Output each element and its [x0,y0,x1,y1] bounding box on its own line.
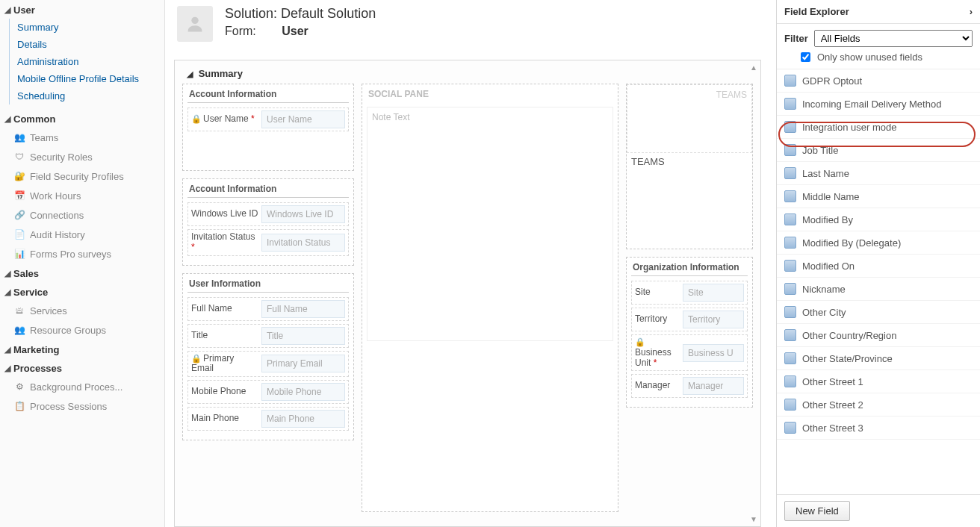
services-icon: 🛎 [13,305,25,316]
caret-down-icon: ◢ [4,287,10,297]
section-title: Account Information [187,182,349,198]
field-main-phone[interactable]: Main Phone Main Phone [187,407,349,431]
field-item-other-state[interactable]: Other State/Province [777,347,980,370]
nav-audit-history[interactable]: 📄Audit History [0,225,164,244]
field-explorer-title: Field Explorer [784,6,849,17]
field-icon [784,144,796,156]
nav-resource-groups[interactable]: 👥Resource Groups [0,320,164,340]
nav-work-hours[interactable]: 📅Work Hours [0,186,164,205]
section-organization-info[interactable]: Organization Information Site Site Terri… [626,257,753,408]
field-icon [784,260,796,272]
tab-link-scheduling[interactable]: Scheduling [14,87,164,105]
calendar-icon: 📅 [13,190,25,202]
field-user-name[interactable]: 🔒User Name * User Name [187,107,349,131]
field-icon [784,98,796,110]
section-account-info-2[interactable]: Account Information Windows Live ID Wind… [182,178,354,266]
field-explorer-footer: New Field [777,494,980,527]
field-icon [784,422,796,434]
section-title: SOCIAL PANE [367,87,613,102]
form-canvas[interactable]: ▲▼ ◢ Summary Account Information 🔒User N… [174,60,761,527]
form-label: Form: [225,25,256,37]
field-windows-live-id[interactable]: Windows Live ID Windows Live ID [187,202,349,226]
field-site[interactable]: Site Site [631,281,748,305]
expand-icon[interactable]: › [970,6,973,17]
field-icon [784,399,796,411]
field-item-job-title[interactable]: Job Title [777,139,980,162]
field-item-other-street-2[interactable]: Other Street 2 [777,393,980,417]
nav-field-security[interactable]: 🔐Field Security Profiles [0,166,164,186]
nav-services[interactable]: 🛎Services [0,301,164,320]
field-item-other-street-1[interactable]: Other Street 1 [777,370,980,393]
caret-down-icon: ◢ [187,69,193,78]
field-primary-email[interactable]: 🔒Primary Email Primary Email [187,351,349,378]
session-icon: 📋 [13,400,25,412]
only-unused-label: Only show unused fields [817,52,922,63]
only-unused-checkbox[interactable] [801,52,810,62]
tab-links: Summary Details Administration Mobile Of… [9,19,164,105]
field-placeholder: User Name [261,110,345,128]
field-item-other-country[interactable]: Other Country/Region [777,324,980,347]
nav-process-sessions[interactable]: 📋Process Sessions [0,396,164,416]
tab-link-summary[interactable]: Summary [14,19,164,36]
form-designer: Solution: Default Solution Form: User ▲▼… [165,0,776,527]
section-account-info-1[interactable]: Account Information 🔒User Name * User Na… [182,84,354,171]
field-icon [784,121,796,133]
group-processes[interactable]: ◢ Processes [0,358,164,377]
field-item-nickname[interactable]: Nickname [777,278,980,301]
field-title[interactable]: Title Title [187,324,349,348]
lock-icon: 🔒 [191,354,202,363]
field-invitation-status[interactable]: Invitation Status * Invitation Status [187,229,349,256]
tab-link-mobile-offline[interactable]: Mobile Offline Profile Details [14,70,164,87]
caret-down-icon: ◢ [4,364,10,373]
field-item-other-city[interactable]: Other City [777,301,980,324]
field-placeholder: Business U [683,344,744,362]
nav-forms-pro[interactable]: 📊Forms Pro surveys [0,244,164,264]
field-item-gdpr-optout[interactable]: GDPR Optout [777,69,980,93]
field-item-incoming-email[interactable]: Incoming Email Delivery Method [777,93,980,116]
field-icon [784,375,796,387]
nav-teams[interactable]: 👥Teams [0,128,164,147]
tab-header-summary[interactable]: ◢ Summary [182,65,753,84]
nav-security-roles[interactable]: 🛡Security Roles [0,147,164,166]
field-manager[interactable]: Manager Manager [631,374,748,398]
field-icon [784,306,796,318]
field-item-middle-name[interactable]: Middle Name [777,185,980,208]
tab-link-details[interactable]: Details [14,36,164,53]
notes-placeholder: Note Text [367,107,613,341]
teams-label: TEAMS [627,153,752,170]
field-item-modified-by-delegate[interactable]: Modified By (Delegate) [777,231,980,255]
field-item-other-street-3[interactable]: Other Street 3 [777,417,980,440]
group-sales[interactable]: ◢ Sales [0,264,164,282]
entity-header[interactable]: ◢ User [0,0,164,19]
field-item-modified-by[interactable]: Modified By [777,208,980,231]
tab-link-administration[interactable]: Administration [14,53,164,70]
field-item-integration-user-mode[interactable]: Integration user mode [777,116,980,139]
field-placeholder: Title [261,327,345,345]
new-field-button[interactable]: New Field [784,501,850,521]
field-list[interactable]: GDPR Optout Incoming Email Delivery Meth… [777,69,980,494]
section-user-info[interactable]: User Information Full Name Full Name Tit… [182,273,354,441]
section-social-pane[interactable]: SOCIAL PANE Note Text [362,84,618,512]
group-common[interactable]: ◢ Common [0,109,164,128]
field-placeholder: Manager [683,377,744,395]
nav-connections[interactable]: 🔗Connections [0,205,164,225]
group-marketing[interactable]: ◢ Marketing [0,340,164,358]
field-business-unit[interactable]: 🔒Business Unit * Business U [631,334,748,371]
field-item-modified-on[interactable]: Modified On [777,255,980,278]
audit-icon: 📄 [13,228,25,240]
field-placeholder: Main Phone [261,410,345,428]
field-full-name[interactable]: Full Name Full Name [187,297,349,321]
nav-bg-processes[interactable]: ⚙Background Proces... [0,377,164,396]
section-teams[interactable]: TEAMS TEAMS [626,84,753,249]
filter-select[interactable]: All Fields [814,30,973,47]
field-item-last-name[interactable]: Last Name [777,162,980,185]
section-title: Organization Information [631,261,748,276]
field-mobile-phone[interactable]: Mobile Phone Mobile Phone [187,380,349,404]
designer-header: Solution: Default Solution Form: User [165,0,776,45]
group-service[interactable]: ◢ Service [0,282,164,301]
field-explorer: Field Explorer › Filter All Fields Only … [776,0,980,527]
profile-icon: 🔐 [13,170,25,182]
only-unused-row[interactable]: Only show unused fields [777,49,980,69]
field-territory[interactable]: Territory Territory [631,308,748,331]
canvas-column-2: SOCIAL PANE Note Text [362,84,618,512]
